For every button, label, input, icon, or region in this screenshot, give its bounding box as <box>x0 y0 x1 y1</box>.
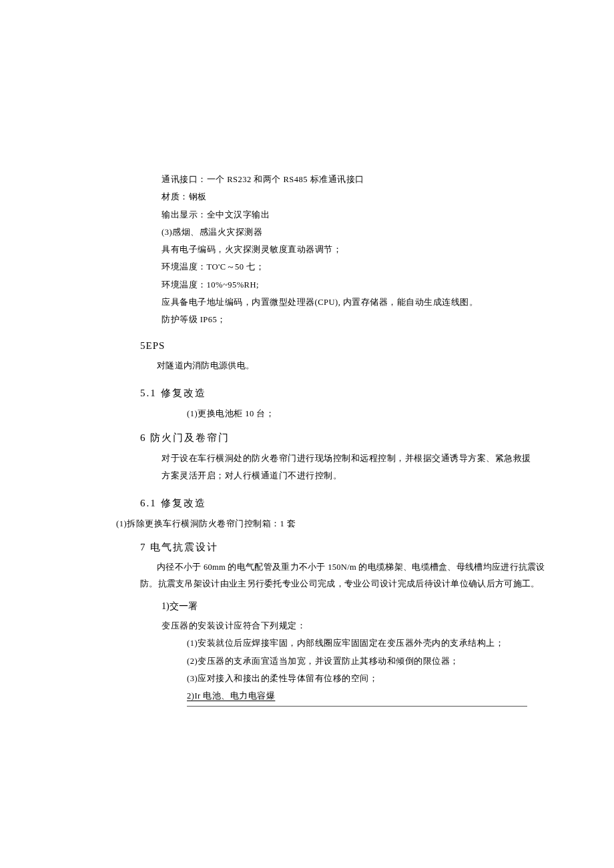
heading-6-1: 6.1 修复改造 <box>140 491 567 515</box>
list-item: (1)更换电池柜 10 台； <box>187 405 567 422</box>
spec-line: (3)感烟、感温火灾探测器 <box>162 224 567 241</box>
paragraph-line: 防。抗震支吊架设计由业主另行委托专业公司完成，专业公司设计完成后待设计单位确认后… <box>140 576 567 592</box>
spec-line: 环境温度：10%~95%RH; <box>162 276 567 294</box>
paragraph-line: 方案灵活开启；对人行横通道门不进行控制。 <box>162 467 567 484</box>
lead-line: 变压器的安装设计应符合下列规定： <box>162 617 567 634</box>
spec-line: 输出显示：全中文汉字输出 <box>162 206 567 224</box>
spec-line: 应具备电子地址编码，内置微型处理器(CPU), 内置存储器，能自动生成连线图。 <box>162 294 567 311</box>
spec-line: 防护等级 IP65； <box>162 311 567 328</box>
list-item: (1)安装就位后应焊接牢固，内部线圈应牢固固定在变压器外壳内的支承结构上； <box>187 634 567 652</box>
spec-line: 具有电子编码，火灾探测灵敏度直动器调节； <box>162 241 567 258</box>
spec-line: 通讯接口：一个 RS232 和两个 RS485 标准通讯接口 <box>162 171 567 188</box>
heading-7: 7 电气抗震设计 <box>140 535 567 559</box>
list-item: (2)变压器的支承面宜适当加宽，并设置防止其移动和倾倒的限位器； <box>187 653 567 670</box>
subheading-2-underlined: 2)Ir 电池、电力电容爆 <box>187 687 527 707</box>
heading-6: 6 防火门及卷帘门 <box>140 426 567 450</box>
document-body: 通讯接口：一个 RS232 和两个 RS485 标准通讯接口 材质：钢板 输出显… <box>140 171 567 707</box>
list-item: (1)拆除更换车行横洞防火卷帘门控制箱：1 套 <box>116 515 567 532</box>
paragraph: 对隧道内消防电源供电。 <box>140 358 567 374</box>
paragraph-line: 对于设在车行横洞处的防火卷帘门进行现场控制和远程控制，并根据交通诱导方案、紧急救… <box>162 450 567 467</box>
heading-5-eps: 5EPS <box>140 334 567 358</box>
subheading-1: 1)交一署 <box>162 596 567 617</box>
subheading-2-text: 2)Ir 电池、电力电容爆 <box>187 691 275 701</box>
heading-5-1: 5.1 修复改造 <box>140 381 567 405</box>
spec-line: 材质：钢板 <box>162 188 567 205</box>
list-item: (3)应对接入和接出的柔性导体留有位移的空间； <box>187 670 567 687</box>
paragraph-line: 内径不小于 60mm 的电气配管及重力不小于 150N/m 的电缆梯架、电缆槽盒… <box>140 559 567 576</box>
spec-line: 环境温度：TO'C～50 七； <box>162 258 567 276</box>
